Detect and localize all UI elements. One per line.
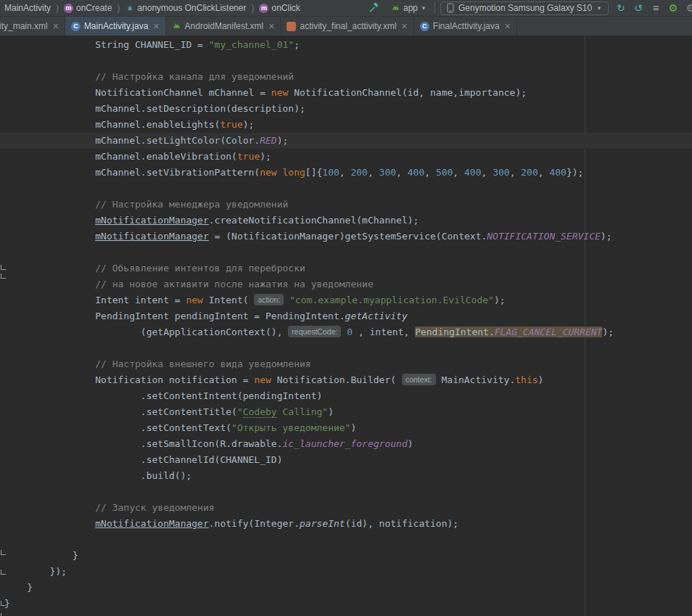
code-line[interactable]: } — [0, 596, 692, 612]
run-config-selector[interactable]: app ▼ — [388, 3, 429, 13]
apply-changes-icon[interactable]: ↻ — [614, 1, 628, 15]
code-line[interactable]: // Настройка канала для уведомлений — [0, 69, 692, 85]
code-line[interactable] — [0, 53, 692, 69]
code-token — [4, 215, 95, 226]
code-token: "my_channel_01" — [209, 39, 294, 50]
code-line[interactable] — [0, 181, 692, 197]
code-token: mChannel.setVibrationPattern( — [4, 167, 260, 178]
fold-marker[interactable] — [1, 601, 6, 606]
code-line[interactable]: // Настройка внешнего вида уведомления — [0, 356, 692, 372]
code-line[interactable]: Intent intent = new Intent( action: "com… — [0, 292, 692, 308]
code-editor[interactable]: String CHANNEL_ID = "my_channel_01"; // … — [0, 36, 692, 616]
code-token: ); — [494, 295, 506, 305]
build-hammer-icon[interactable] — [368, 3, 383, 13]
apply-code-changes-icon[interactable]: ↺ — [631, 1, 646, 15]
breadcrumb-item[interactable]: monClick — [258, 3, 301, 13]
code-line[interactable]: // Запуск уведомления — [0, 500, 692, 516]
code-token: ) — [538, 374, 544, 385]
code-line[interactable]: mChannel.setDescription(description); — [0, 101, 692, 117]
logcat-list-icon[interactable]: ≡ — [648, 1, 663, 15]
editor-tab[interactable]: ity_main.xml× — [0, 17, 65, 36]
android-icon — [172, 22, 181, 31]
device-selector[interactable]: Genymotion Samsung Galaxy S10 ▼ — [440, 1, 609, 15]
code-line[interactable]: } — [0, 548, 692, 564]
editor-tab[interactable]: CMainActivity.java× — [65, 17, 166, 36]
code-token: (getApplicationContext(), — [4, 327, 288, 337]
code-token: 300 — [379, 167, 396, 178]
code-line[interactable]: mNotificationManager.notify(Integer.pars… — [0, 516, 692, 532]
code-line[interactable] — [0, 484, 692, 500]
code-line[interactable]: String CHANNEL_ID = "my_channel_01"; — [0, 37, 692, 53]
code-token: true — [220, 119, 242, 130]
code-token: , — [368, 167, 379, 178]
breadcrumb-item[interactable]: monCreate — [62, 3, 113, 13]
code-line[interactable]: .setSmallIcon(R.drawable.ic_launcher_for… — [0, 436, 692, 452]
parameter-hint: context: — [402, 374, 436, 385]
code-token — [277, 167, 283, 178]
code-line[interactable]: mChannel.enableVibration(true); — [0, 149, 692, 165]
parameter-hint: requestCode: — [288, 326, 341, 337]
layout-icon — [287, 22, 296, 31]
code-line[interactable]: mNotificationManager = (NotificationMana… — [0, 229, 692, 245]
editor-tab[interactable]: AndroidManifest.xml× — [166, 17, 281, 36]
code-line[interactable]: .setChannelId(CHANNEL_ID) — [0, 452, 692, 468]
code-line[interactable]: mChannel.setVibrationPattern(new long[]{… — [0, 165, 692, 181]
breadcrumb-item[interactable]: aanonymous OnClickListener — [123, 3, 247, 13]
code-token: .setChannelId(CHANNEL_ID) — [4, 454, 283, 465]
class-icon: C — [71, 22, 81, 31]
code-line[interactable]: // на новое активити после нажатия на ув… — [0, 276, 692, 292]
fold-marker[interactable] — [1, 570, 6, 575]
code-line[interactable] — [0, 245, 692, 260]
code-line[interactable]: NotificationChannel mChannel = new Notif… — [0, 85, 692, 101]
close-tab-icon[interactable]: × — [505, 21, 511, 31]
code-line[interactable]: } — [0, 580, 692, 596]
fold-marker[interactable] — [1, 550, 6, 555]
code-token: (id), notification); — [345, 518, 459, 529]
code-token: .setContentIntent(pendingIntent) — [4, 390, 322, 401]
action-icon-group: ↻↺≡⚙⚙ — [614, 1, 692, 15]
code-line[interactable]: mChannel.setLightColor(Color.RED); — [0, 133, 692, 149]
breadcrumb-label: onCreate — [76, 3, 112, 13]
code-token: // Запуск уведомления — [4, 502, 215, 513]
code-line[interactable]: Notification notification = new Notifica… — [0, 372, 692, 388]
breadcrumb-item[interactable]: MainActivity — [3, 3, 52, 13]
sync-settings-icon[interactable]: ⚙ — [666, 1, 680, 15]
code-line[interactable]: mNotificationManager.createNotificationC… — [0, 213, 692, 229]
code-line[interactable]: .setContentIntent(pendingIntent) — [0, 388, 692, 404]
profiler-icon[interactable]: ⚙ — [683, 1, 692, 15]
code-token: }); — [567, 167, 583, 178]
close-tab-icon[interactable]: × — [153, 21, 159, 31]
code-token: ) — [350, 422, 356, 433]
close-tab-icon[interactable]: × — [268, 21, 274, 31]
code-line[interactable]: (getApplicationContext(), requestCode: 0… — [0, 324, 692, 340]
tab-label: FinalActtivity.java — [433, 21, 500, 31]
code-token: mChannel.setLightColor(Color. — [4, 135, 260, 146]
close-tab-icon[interactable]: × — [402, 21, 408, 31]
code-line[interactable]: // Настройка менеджера уведомлений — [0, 197, 692, 213]
code-line[interactable]: .build(); — [0, 468, 692, 484]
close-tab-icon[interactable]: × — [53, 21, 59, 31]
code-line[interactable] — [0, 340, 692, 356]
code-line[interactable]: PendingIntent pendingIntent = PendingInt… — [0, 308, 692, 324]
code-token: ); — [277, 135, 289, 146]
code-token: ); — [602, 327, 614, 337]
code-token: } — [4, 582, 33, 593]
tab-label: AndroidManifest.xml — [185, 21, 264, 31]
code-token: ); — [601, 231, 612, 242]
code-token: new — [186, 295, 202, 305]
editor-tab[interactable]: CFinalActtivity.java× — [414, 17, 517, 36]
editor-tab[interactable]: activity_final_acttivity.xml× — [281, 17, 413, 36]
code-line[interactable]: }); — [0, 564, 692, 580]
code-line[interactable]: .setContentTitle("Codeby Calling") — [0, 404, 692, 420]
code-token: , — [538, 167, 550, 178]
fold-marker[interactable] — [1, 274, 6, 279]
fold-marker[interactable] — [1, 265, 6, 270]
code-token: "Открыть уведомление" — [231, 422, 350, 433]
code-token: 0 — [347, 327, 353, 337]
chevron-down-icon: ▼ — [596, 5, 602, 12]
code-line[interactable]: mChannel.enableLights(true); — [0, 117, 692, 133]
fold-marker[interactable] — [1, 613, 6, 616]
code-line[interactable] — [0, 532, 692, 548]
code-line[interactable]: .setContentText("Открыть уведомление") — [0, 420, 692, 436]
code-line[interactable]: // Обьявление интентов для переброски — [0, 260, 692, 276]
